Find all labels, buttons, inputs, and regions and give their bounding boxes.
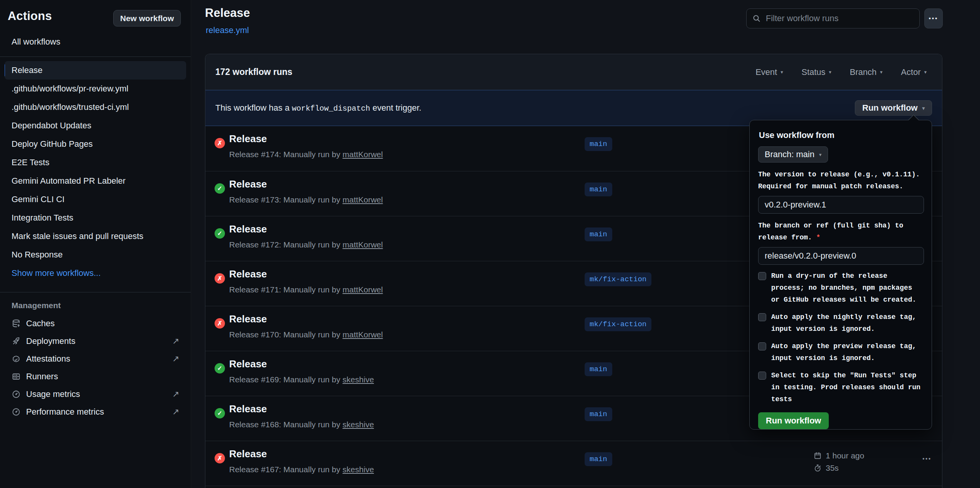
run-title-link[interactable]: Release: [229, 313, 267, 325]
ref-input[interactable]: [758, 247, 924, 265]
skip-tests-checkbox[interactable]: [758, 372, 766, 380]
run-title-link[interactable]: Release: [229, 178, 267, 190]
sidebar-title: Actions: [8, 9, 52, 23]
sidebar-item-deployments[interactable]: Deployments ↗: [5, 332, 186, 350]
sidebar-item-performance-metrics[interactable]: Performance metrics ↗: [5, 403, 186, 421]
filter-event-dropdown[interactable]: Event▾: [755, 67, 783, 77]
chevron-down-icon: ▾: [829, 69, 831, 75]
status-failure-icon: [215, 273, 225, 284]
filter-status-dropdown[interactable]: Status▾: [802, 67, 831, 77]
sidebar-item-label: E2E Tests: [12, 158, 50, 167]
run-title-link[interactable]: Release: [229, 358, 267, 370]
branch-badge[interactable]: main: [585, 452, 612, 466]
run-desc: Release #168: Manually run by: [229, 420, 340, 429]
sidebar-item-pr-review[interactable]: .github/workflows/pr-review.yml: [5, 80, 186, 98]
run-title-link[interactable]: Release: [229, 223, 267, 235]
sidebar-item-usage-metrics[interactable]: Usage metrics ↗: [5, 385, 186, 403]
selected-accent-bar: [5, 64, 5, 77]
filter-workflow-runs-box: [746, 8, 920, 28]
branch-badge[interactable]: main: [585, 362, 612, 376]
new-workflow-button[interactable]: New workflow: [113, 10, 181, 27]
workflow-run-row[interactable]: Release Release #167: Manually run by sk…: [205, 441, 942, 486]
filter-actor-dropdown[interactable]: Actor▾: [901, 67, 927, 77]
ref-input-description: The branch or ref (full git sha) to rele…: [758, 220, 925, 244]
verified-icon: [12, 354, 21, 364]
sidebar-item-trusted-ci[interactable]: .github/workflows/trusted-ci.yml: [5, 98, 186, 116]
preview-tag-checkbox-label[interactable]: Auto apply the preview release tag, inpu…: [771, 340, 923, 364]
filter-label: Branch: [850, 67, 877, 77]
branch-select-button[interactable]: Branch: main▾: [758, 146, 828, 163]
run-desc: Release #172: Manually run by: [229, 240, 340, 249]
sidebar-item-label: Dependabot Updates: [12, 121, 91, 130]
management-list: Caches Deployments ↗ Attestations ↗ Runn…: [5, 315, 186, 421]
run-actor-link[interactable]: mattKorwel: [342, 150, 383, 159]
nightly-tag-checkbox[interactable]: [758, 313, 766, 321]
run-workflow-submit-button[interactable]: Run workflow: [758, 412, 829, 429]
preview-tag-checkbox[interactable]: [758, 342, 766, 350]
workflow-file-link[interactable]: release.yml: [206, 25, 249, 35]
run-title-link[interactable]: Release: [229, 268, 267, 280]
sidebar-item-mark-stale[interactable]: Mark stale issues and pull requests: [5, 227, 186, 246]
sidebar-item-gemini-cli-ci[interactable]: Gemini CLI CI: [5, 190, 186, 209]
skip-tests-checkbox-label[interactable]: Select to skip the "Run Tests" step in t…: [771, 370, 923, 405]
panel-caret-icon: [908, 115, 919, 121]
run-actor-link[interactable]: mattKorwel: [342, 195, 383, 204]
chevron-down-icon: ▾: [780, 69, 783, 75]
sidebar-item-label: Gemini CLI CI: [12, 194, 64, 204]
sidebar-item-label: Show more workflows...: [12, 268, 101, 278]
sidebar-item-integration-tests[interactable]: Integration Tests: [5, 209, 186, 227]
sidebar-item-e2e-tests[interactable]: E2E Tests: [5, 153, 186, 172]
run-actor-link[interactable]: skeshive: [342, 465, 374, 474]
run-subtitle: Release #171: Manually run by mattKorwel: [229, 285, 383, 294]
run-filters: Event▾ Status▾ Branch▾ Actor▾: [755, 67, 932, 77]
status-failure-icon: [215, 318, 225, 329]
branch-badge[interactable]: main: [585, 183, 612, 196]
show-more-workflows-link[interactable]: Show more workflows...: [5, 264, 186, 282]
status-success-icon: [215, 363, 225, 373]
run-actor-link[interactable]: skeshive: [342, 375, 374, 384]
filter-workflow-runs-input[interactable]: [766, 13, 914, 23]
chevron-down-icon: ▾: [880, 69, 883, 75]
run-actor-link[interactable]: mattKorwel: [342, 240, 383, 249]
sidebar-item-deploy-github-pages[interactable]: Deploy GitHub Pages: [5, 135, 186, 153]
run-title-link[interactable]: Release: [229, 403, 267, 415]
run-duration: 35s: [813, 462, 864, 474]
run-subtitle: Release #173: Manually run by mattKorwel: [229, 195, 383, 204]
version-input[interactable]: [758, 196, 924, 214]
run-time-label: 1 hour ago: [826, 451, 864, 460]
sidebar-item-runners[interactable]: Runners: [5, 368, 186, 385]
run-options-kebab-button[interactable]: •••: [915, 456, 939, 462]
run-workflow-dropdown-button[interactable]: Run workflow▾: [855, 100, 932, 116]
filter-branch-dropdown[interactable]: Branch▾: [850, 67, 882, 77]
branch-badge[interactable]: main: [585, 407, 612, 421]
filter-label: Event: [755, 67, 777, 77]
run-actor-link[interactable]: skeshive: [342, 420, 374, 429]
dry-run-checkbox-label[interactable]: Run a dry-run of the release process; no…: [771, 270, 923, 306]
branch-badge[interactable]: mk/fix-action: [585, 317, 651, 331]
branch-select-label: Branch: main: [765, 149, 815, 159]
branch-badge[interactable]: mk/fix-action: [585, 272, 651, 286]
sidebar-item-no-response[interactable]: No Response: [5, 246, 186, 264]
actions-sidebar: Actions New workflow All workflows Relea…: [0, 0, 191, 488]
run-actor-link[interactable]: mattKorwel: [342, 285, 383, 294]
all-workflows-link[interactable]: All workflows: [12, 37, 191, 47]
filter-label: Actor: [901, 67, 921, 77]
dry-run-checkbox[interactable]: [758, 272, 766, 280]
sidebar-item-dependabot-updates[interactable]: Dependabot Updates: [5, 116, 186, 135]
nightly-tag-checkbox-label[interactable]: Auto apply the nightly release tag, inpu…: [771, 311, 923, 335]
run-title-link[interactable]: Release: [229, 448, 267, 460]
sidebar-item-gemini-pr-labeler[interactable]: Gemini Automated PR Labeler: [5, 172, 186, 190]
sidebar-item-attestations[interactable]: Attestations ↗: [5, 350, 186, 368]
run-desc: Release #174: Manually run by: [229, 150, 340, 159]
sidebar-item-caches[interactable]: Caches: [5, 315, 186, 332]
sidebar-item-release[interactable]: Release: [5, 61, 186, 80]
branch-badge[interactable]: main: [585, 227, 612, 241]
sidebar-item-label: No Response: [12, 250, 63, 259]
branch-badge[interactable]: main: [585, 137, 612, 151]
run-actor-link[interactable]: mattKorwel: [342, 330, 383, 339]
run-subtitle: Release #172: Manually run by mattKorwel: [229, 240, 383, 249]
run-workflow-button-label: Run workflow: [862, 103, 917, 113]
status-success-icon: [215, 183, 225, 194]
workflow-options-kebab-button[interactable]: •••: [924, 8, 943, 28]
run-title-link[interactable]: Release: [229, 133, 267, 145]
